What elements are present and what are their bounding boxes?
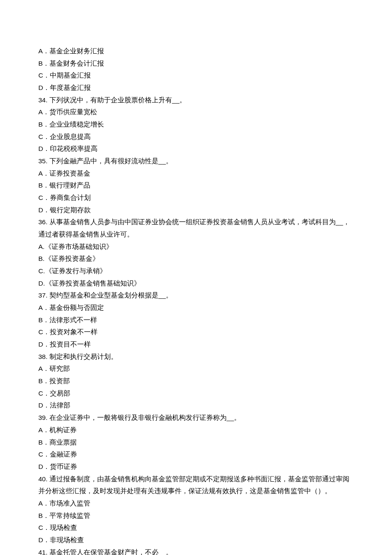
q33-option-b: B．基金财务会计汇报: [38, 58, 354, 70]
q39-option-a: A．机构证券: [38, 424, 354, 436]
q36-stem: 36. 从事基金销售人员参与由中国证券业协会统一组织证券投资基金销售人员从业考试…: [38, 216, 354, 240]
q34-option-a: A．货币供应量宽松: [38, 106, 354, 119]
q37-stem: 37. 契约型基金和企业型基金划分根据是__。: [38, 289, 354, 302]
q40-option-c: C．现场检查: [38, 522, 354, 534]
q36-option-b: B.《证券投资基金》: [38, 253, 354, 265]
q35-option-d: D．银行定期存款: [38, 204, 354, 217]
q37-option-b: B．法律形式不一样: [38, 314, 354, 327]
q40-option-a: A．市场准入监管: [38, 497, 354, 510]
q39-option-b: B．商业票据: [38, 436, 354, 449]
q39-option-d: D．货币证券: [38, 461, 354, 473]
q38-stem: 38. 制定和执行交易计划。: [38, 351, 354, 363]
q39-option-c: C．金融证券: [38, 448, 354, 461]
q33-option-d: D．年度基金汇报: [38, 82, 354, 94]
q33-option-a: A．基金企业财务汇报: [38, 45, 354, 58]
q35-option-c: C．券商集合计划: [38, 192, 354, 204]
q36-option-d: D.《证券投资基金销售基础知识》: [38, 278, 354, 290]
q41-stem: 41. 基金托管人在保管基金财产时，不必__。: [38, 546, 354, 555]
q38-option-b: B．投资部: [38, 375, 354, 387]
q37-option-a: A．基金份额与否固定: [38, 302, 354, 314]
q35-option-b: B．银行理财产品: [38, 179, 354, 192]
q38-option-c: C．交易部: [38, 387, 354, 400]
q34-option-d: D．印花税税率提高: [38, 143, 354, 155]
q36-option-a: A.《证券市场基础知识》: [38, 241, 354, 253]
q40-stem: 40. 通过报备制度，由基金销售机构向基金监管部定期或不定期报送多种书面汇报，基…: [38, 473, 354, 497]
q38-option-a: A．研究部: [38, 363, 354, 375]
q37-option-d: D．投资目不一样: [38, 338, 354, 351]
q34-stem: 34. 下列状况中，有助于企业股票价格上升有__。: [38, 94, 354, 107]
q33-option-c: C．中期基金汇报: [38, 69, 354, 82]
q34-option-b: B．企业业绩稳定增长: [38, 119, 354, 131]
q40-option-b: B．平常持续监管: [38, 510, 354, 522]
q39-stem: 39. 在企业证券中，一般将银行及非银行金融机构发行证券称为__。: [38, 412, 354, 424]
q35-option-a: A．证券投资基金: [38, 168, 354, 180]
document-page: A．基金企业财务汇报 B．基金财务会计汇报 C．中期基金汇报 D．年度基金汇报 …: [0, 0, 392, 555]
q37-option-c: C．投资对象不一样: [38, 326, 354, 338]
q40-option-d: D．非现场检查: [38, 534, 354, 546]
q38-option-d: D．法律部: [38, 399, 354, 412]
q34-option-c: C．企业股息提高: [38, 131, 354, 143]
q36-option-c: C.《证券发行与承销》: [38, 265, 354, 278]
q35-stem: 35. 下列金融产品中，具有很好流动性是__。: [38, 155, 354, 168]
